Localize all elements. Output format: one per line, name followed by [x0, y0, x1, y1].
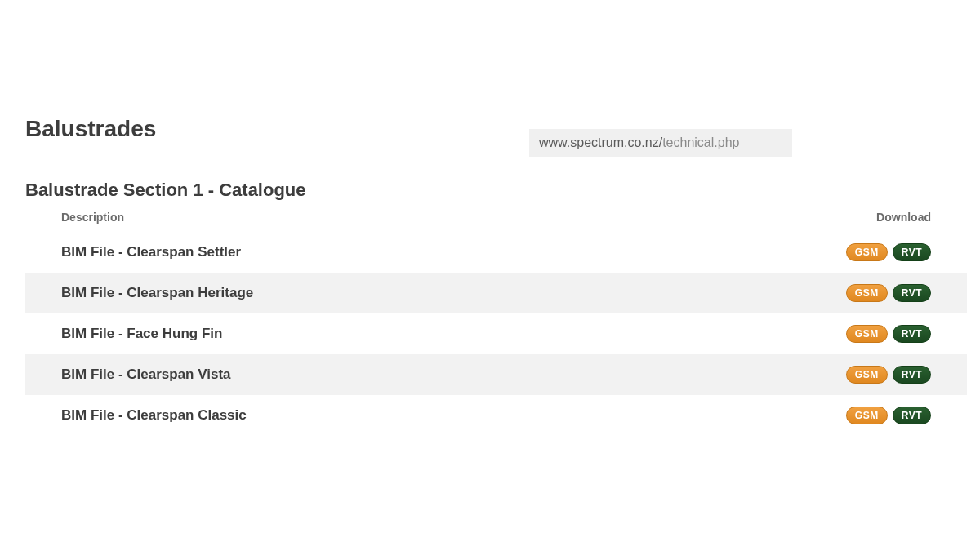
header-description: Description [61, 211, 124, 224]
download-rvt-button[interactable]: RVT [893, 284, 931, 302]
download-gsm-button[interactable]: GSM [846, 243, 888, 261]
row-description: BIM File - Face Hung Fin [61, 326, 222, 342]
row-description: BIM File - Clearspan Vista [61, 367, 231, 383]
row-downloads: GSM RVT [846, 366, 931, 384]
download-gsm-button[interactable]: GSM [846, 325, 888, 343]
downloads-table: Description Download BIM File - Clearspa… [25, 206, 967, 436]
table-row: BIM File - Clearspan Vista GSM RVT [25, 354, 967, 395]
row-downloads: GSM RVT [846, 407, 931, 424]
section-title: Balustrade Section 1 - Catalogue [25, 180, 306, 201]
page-title: Balustrades [25, 116, 156, 142]
url-bar[interactable]: www.spectrum.co.nz/technical.php [529, 129, 792, 157]
table-row: BIM File - Clearspan Settler GSM RVT [25, 232, 967, 273]
download-rvt-button[interactable]: RVT [893, 243, 931, 261]
url-path: technical.php [662, 136, 739, 150]
row-description: BIM File - Clearspan Settler [61, 244, 241, 260]
download-rvt-button[interactable]: RVT [893, 407, 931, 424]
row-description: BIM File - Clearspan Heritage [61, 285, 253, 301]
table-row: BIM File - Clearspan Classic GSM RVT [25, 395, 967, 436]
download-rvt-button[interactable]: RVT [893, 325, 931, 343]
row-downloads: GSM RVT [846, 243, 931, 261]
row-description: BIM File - Clearspan Classic [61, 407, 247, 424]
table-header: Description Download [25, 206, 967, 232]
download-gsm-button[interactable]: GSM [846, 407, 888, 424]
table-row: BIM File - Face Hung Fin GSM RVT [25, 313, 967, 354]
download-gsm-button[interactable]: GSM [846, 366, 888, 384]
download-rvt-button[interactable]: RVT [893, 366, 931, 384]
url-domain: www.spectrum.co.nz/ [539, 136, 662, 150]
download-gsm-button[interactable]: GSM [846, 284, 888, 302]
table-row: BIM File - Clearspan Heritage GSM RVT [25, 273, 967, 313]
row-downloads: GSM RVT [846, 325, 931, 343]
row-downloads: GSM RVT [846, 284, 931, 302]
header-download: Download [876, 211, 931, 224]
